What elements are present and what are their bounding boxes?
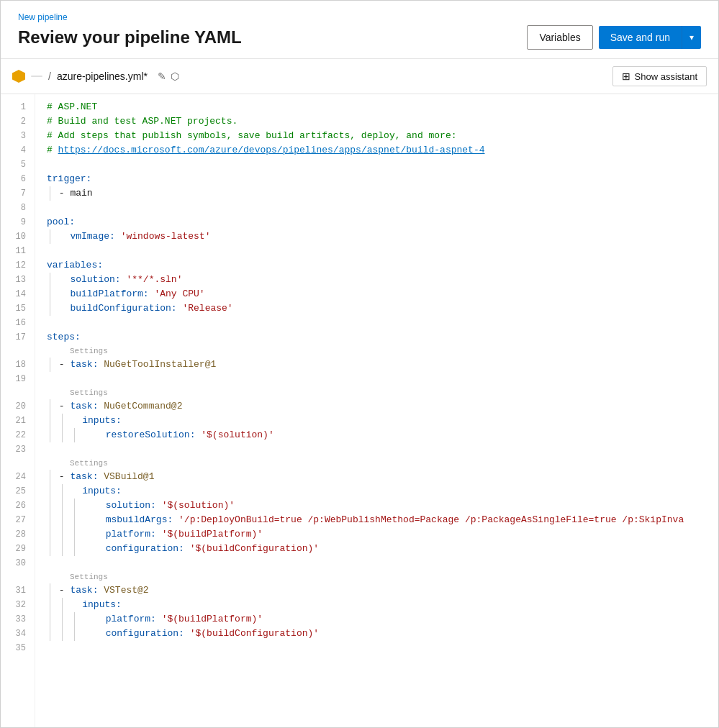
code-line: - task: NuGetToolInstaller@1 [47,358,718,372]
repo-icon [12,70,25,83]
code-content[interactable]: # ASP.NET# Build and test ASP.NET projec… [35,94,718,727]
code-line: # https://docs.microsoft.com/azure/devop… [47,143,718,158]
yaml-value: '$(solution)' [195,428,273,442]
yaml-dash: - [59,583,71,598]
indent-guide [50,484,59,499]
show-assistant-button[interactable]: ⊞ Show assistant [612,66,707,86]
yaml-key: inputs: [71,414,122,428]
yaml-task-key: task: [70,399,104,414]
indent-guide [50,542,59,556]
yaml-value: '**/*.sln' [121,273,183,287]
indent-guide [74,542,83,556]
yaml-key: vmImage: [59,229,115,244]
editor-toolbar-left: / azure-pipelines.yml* ✎ ⬡ [12,70,179,83]
indent-guide [50,583,59,598]
save-run-dropdown-button[interactable]: ▾ [682,26,701,49]
comment: # [47,143,58,158]
line-numbers: 1234567891011121314151617 1819 20212223 … [1,94,35,727]
code-line: trigger: [47,172,718,186]
yaml-task-name: VSBuild@1 [104,470,154,484]
indent-guide [50,358,59,372]
variables-button[interactable]: Variables [527,25,592,50]
indent-guide [74,527,83,542]
indent-guide [50,287,59,301]
yaml-key: msbuildArgs: [83,513,173,527]
comment-link[interactable]: https://docs.microsoft.com/azure/devops/… [58,143,485,158]
code-line [47,158,718,172]
code-line [47,372,718,386]
code-line: buildPlatform: 'Any CPU' [47,287,718,301]
save-run-button[interactable]: Save and run [599,26,682,49]
code-line [47,244,718,258]
indent-guide [50,428,59,442]
code-line [47,316,718,330]
code-line [47,201,718,215]
yaml-key: solution: [59,273,121,287]
code-line: configuration: '$(buildConfiguration)' [47,542,718,556]
path-separator: / [48,70,51,82]
code-line: - task: VSBuild@1 [47,470,718,484]
yaml-value: '$(buildConfiguration)' [184,542,319,556]
editor-area[interactable]: 1234567891011121314151617 1819 20212223 … [1,94,718,727]
yaml-key: variables: [47,258,103,273]
indent-guide [74,428,83,442]
indent-guide [62,598,71,612]
code-line: pool: [47,215,718,229]
yaml-key: inputs: [71,484,122,499]
code-line: platform: '$(buildPlatform)' [47,527,718,542]
code-line: buildConfiguration: 'Release' [47,301,718,316]
comment: # ASP.NET [47,100,97,114]
file-name: azure-pipelines.yml* [57,70,148,82]
code-line: - main [47,186,718,201]
indent-guide [50,513,59,527]
editor-toolbar: / azure-pipelines.yml* ✎ ⬡ ⊞ Show assist… [1,59,718,94]
indent-guide [74,612,83,627]
indent-guide [62,499,71,513]
code-line: - task: VSTest@2 [47,583,718,598]
code-line: inputs: [47,598,718,612]
indent-guide [50,598,59,612]
yaml-task-key: task: [70,583,104,598]
file-icon-edit[interactable]: ✎ [158,70,166,82]
indent-guide [50,273,59,287]
code-line: # ASP.NET [47,100,718,114]
yaml-value: 'windows-latest' [115,229,211,244]
indent-guide [50,627,59,641]
code-line: steps: [47,330,718,345]
file-name-text: azure-pipelines.yml [57,70,144,82]
indent-guide [62,542,71,556]
file-icon-more[interactable]: ⬡ [171,70,179,82]
yaml-value: 'Any CPU' [149,287,205,301]
indent-guide [62,627,71,641]
yaml-key: steps: [47,330,81,345]
code-line: msbuildArgs: '/p:DeployOnBuild=true /p:W… [47,513,718,527]
yaml-dash: - [59,470,71,484]
indent-guide [50,527,59,542]
yaml-dash: - [59,399,71,414]
code-line: inputs: [47,484,718,499]
settings-label: Settings [47,457,718,470]
assistant-icon: ⊞ [622,70,630,82]
yaml-key: trigger: [47,172,91,186]
code-line: restoreSolution: '$(solution)' [47,428,718,442]
yaml-key: configuration: [83,542,184,556]
yaml-key: configuration: [83,627,184,641]
header-actions: Variables Save and run ▾ [527,25,701,50]
show-assistant-label: Show assistant [635,71,697,82]
yaml-plain: - main [59,186,93,201]
yaml-value: '/p:DeployOnBuild=true /p:WebPublishMeth… [173,513,684,527]
yaml-key: platform: [83,527,155,542]
code-line [47,556,718,570]
yaml-value: 'Release' [177,301,233,316]
code-line: vmImage: 'windows-latest' [47,229,718,244]
code-line: variables: [47,258,718,273]
indent-guide [50,499,59,513]
indent-guide [62,612,71,627]
yaml-task-name: NuGetCommand@2 [104,399,182,414]
yaml-value: '$(buildPlatform)' [156,527,263,542]
yaml-key: inputs: [71,598,122,612]
indent-guide [50,612,59,627]
indent-guide [62,414,71,428]
yaml-task-name: VSTest@2 [104,583,148,598]
code-line: # Add steps that publish symbols, save b… [47,129,718,143]
